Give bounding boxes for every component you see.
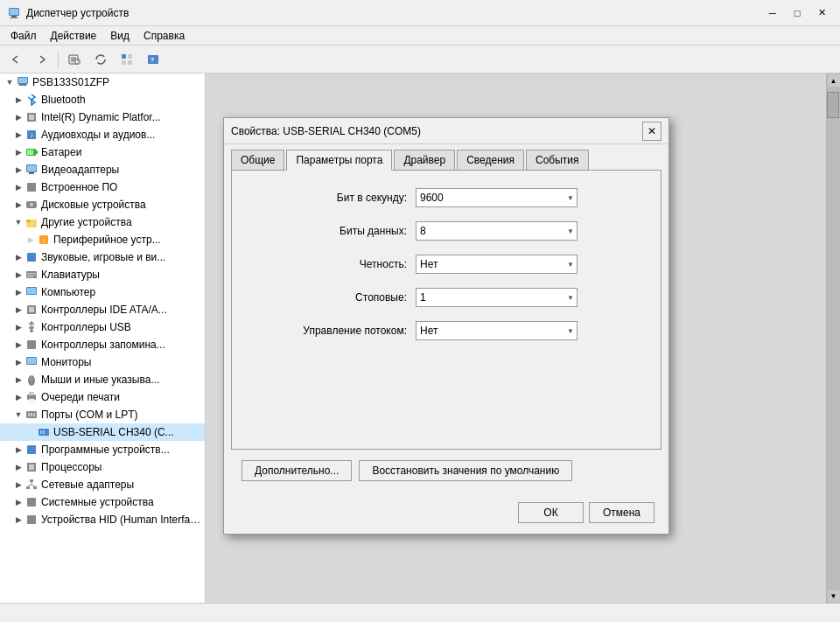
tree-item-system[interactable]: ▶ Системные устройства (0, 493, 205, 511)
expand-arrow-ports[interactable]: ▼ (12, 409, 24, 421)
maximize-button[interactable]: □ (786, 4, 808, 22)
expand-arrow-ide[interactable]: ▶ (12, 304, 24, 316)
toolbar-separator-1 (58, 51, 59, 68)
app-title: Диспетчер устройств (26, 7, 761, 19)
expand-arrow-peripheral[interactable]: ▶ (24, 234, 37, 246)
tree-item-audio[interactable]: ▶ ♪ Аудиовходы и аудиов... (0, 126, 205, 143)
tree-item-video[interactable]: ▶ Видеоадаптеры (0, 161, 205, 178)
expand-arrow-intel[interactable]: ▶ (12, 111, 24, 123)
tree-label-network: Сетевые адаптеры (41, 479, 134, 491)
expand-arrow-computer[interactable]: ▶ (12, 286, 24, 298)
tab-details[interactable]: Сведения (457, 150, 524, 170)
tree-item-usb-ctrl[interactable]: ▶ Контроллеры USB (0, 318, 205, 336)
close-button[interactable]: ✕ (810, 4, 833, 22)
tree-item-root[interactable]: ▼ PSB133S01ZFP (0, 73, 205, 91)
stopbits-label: Стоповые: (249, 291, 407, 304)
svg-rect-65 (30, 479, 33, 482)
tree-item-network[interactable]: ▶ Сетевые адаптеры (0, 476, 205, 493)
tab-driver[interactable]: Драйвер (394, 150, 455, 170)
cancel-button[interactable]: Отмена (589, 502, 654, 523)
tree-label-mice: Мыши и иные указыва... (41, 374, 159, 386)
expand-arrow-monitors[interactable]: ▶ (12, 356, 24, 368)
expand-arrow-bluetooth[interactable]: ▶ (12, 94, 24, 106)
tree-item-other[interactable]: ▼ Другие устройства (0, 213, 205, 231)
tree-label-root: PSB133S01ZFP (32, 76, 109, 88)
forward-button[interactable] (30, 48, 54, 71)
tree-item-intel[interactable]: ▶ Intel(R) Dynamic Platfor... (0, 108, 205, 126)
restore-button[interactable]: Восстановить значения по умолчанию (359, 460, 572, 481)
expand-arrow-storage[interactable]: ▶ (12, 339, 24, 351)
data-bits-select[interactable]: 8 5 6 7 (416, 221, 578, 241)
software-icon (24, 443, 38, 457)
tree-item-storage[interactable]: ▶ Контроллеры запомина... (0, 336, 205, 353)
tree-item-peripheral[interactable]: ▶ ! Периферийное устр... (0, 231, 205, 248)
baud-rate-select[interactable]: 9600 110 300 1200 2400 4800 14400 19200 … (416, 188, 578, 207)
help-button[interactable]: ? (141, 48, 165, 71)
expand-arrow-root[interactable]: ▼ (4, 76, 16, 88)
expand-arrow-video[interactable]: ▶ (12, 164, 24, 176)
tree-item-usb-serial[interactable]: ▶ USB-SERIAL CH340 (C... (0, 423, 205, 441)
flow-control-select[interactable]: Нет Xon / Xoff Аппаратное (416, 321, 578, 340)
stop-bits-select[interactable]: 1 1,5 2 (416, 288, 578, 307)
tree-item-hid[interactable]: ▶ Устройства HID (Human Interface Device… (0, 511, 205, 528)
expand-arrow-mice[interactable]: ▶ (12, 374, 24, 386)
advanced-button[interactable]: Дополнительно... (242, 460, 352, 481)
tree-item-software[interactable]: ▶ Программные устройств... (0, 441, 205, 458)
dialog-title-bar: Свойства: USB-SERIAL CH340 (COM5) ✕ (224, 118, 668, 144)
dialog-close-button[interactable]: ✕ (642, 122, 662, 141)
expand-arrow-audio[interactable]: ▶ (12, 129, 24, 141)
tree-item-processors[interactable]: ▶ Процессоры (0, 458, 205, 476)
expand-arrow-network[interactable]: ▶ (12, 479, 24, 491)
tab-content: Бит в секунду: 9600 110 300 1200 2400 48… (231, 170, 662, 450)
menu-action[interactable]: Действие (44, 28, 104, 44)
tree-item-print[interactable]: ▶ Очереди печати (0, 388, 205, 406)
tab-port-settings[interactable]: Параметры порта (286, 150, 392, 171)
show-hidden-button[interactable] (115, 48, 139, 71)
expand-arrow-hid[interactable]: ▶ (12, 514, 24, 526)
tree-item-ports[interactable]: ▼ Порты (COM и LPT) (0, 406, 205, 423)
minimize-button[interactable]: ─ (761, 4, 784, 22)
form-row-flow: Управление потоком: Нет Xon / Xoff Аппар… (249, 321, 643, 340)
expand-arrow-batteries[interactable]: ▶ (12, 146, 24, 158)
tree-item-sound[interactable]: ▶ Звуковые, игровые и ви... (0, 248, 205, 266)
tree-item-batteries[interactable]: ▶ Батареи (0, 143, 205, 161)
tree-item-mice[interactable]: ▶ Мыши и иные указыва... (0, 371, 205, 388)
update-button[interactable] (88, 48, 113, 71)
tree-item-computer[interactable]: ▶ Компьютер (0, 283, 205, 301)
device-tree[interactable]: ▼ PSB133S01ZFP ▶ (0, 73, 206, 603)
tree-item-disk[interactable]: ▶ Дисковые устройства (0, 196, 205, 213)
tab-events[interactable]: События (526, 150, 589, 170)
tree-item-ide[interactable]: ▶ Контроллеры IDE ATA/A... (0, 301, 205, 318)
expand-arrow-firmware[interactable]: ▶ (12, 181, 24, 193)
menu-file[interactable]: Файл (4, 28, 44, 44)
properties-button[interactable]: ? (62, 48, 87, 71)
expand-arrow-disk[interactable]: ▶ (12, 199, 24, 211)
expand-arrow-usb-ctrl[interactable]: ▶ (12, 321, 24, 333)
expand-arrow-processors[interactable]: ▶ (12, 461, 24, 473)
dialog-footer-buttons: ОК Отмена (231, 492, 662, 534)
expand-arrow-other[interactable]: ▼ (12, 216, 24, 228)
svg-line-69 (28, 485, 32, 486)
tree-item-monitors[interactable]: ▶ Мониторы (0, 353, 205, 371)
expand-arrow-print[interactable]: ▶ (12, 391, 24, 403)
back-button[interactable] (4, 48, 28, 71)
svg-rect-25 (36, 150, 38, 154)
tree-item-firmware[interactable]: ▶ Встроенное ПО (0, 178, 205, 196)
expand-arrow-sound[interactable]: ▶ (12, 251, 24, 263)
usb-ctrl-icon (24, 320, 38, 334)
svg-rect-56 (28, 413, 30, 416)
expand-arrow-system[interactable]: ▶ (12, 496, 24, 508)
tab-general[interactable]: Общие (231, 150, 284, 170)
svg-text:♪: ♪ (30, 131, 33, 139)
menu-view[interactable]: Вид (103, 28, 136, 44)
expand-arrow-keyboard[interactable]: ▶ (12, 269, 24, 281)
parity-select[interactable]: Нет Нечетный Четный (416, 255, 578, 274)
tree-item-bluetooth[interactable]: ▶ Bluetooth (0, 91, 205, 108)
expand-arrow-software[interactable]: ▶ (12, 444, 24, 456)
dialog-tabs: Общие Параметры порта Драйвер Сведения С… (224, 144, 668, 170)
menu-help[interactable]: Справка (136, 28, 192, 44)
form-row-parity: Четность: Нет Нечетный Четный (249, 255, 643, 274)
tree-item-keyboard[interactable]: ▶ Клавиатуры (0, 266, 205, 283)
title-bar: Диспетчер устройств ─ □ ✕ (0, 0, 840, 26)
ok-button[interactable]: ОК (518, 502, 584, 523)
